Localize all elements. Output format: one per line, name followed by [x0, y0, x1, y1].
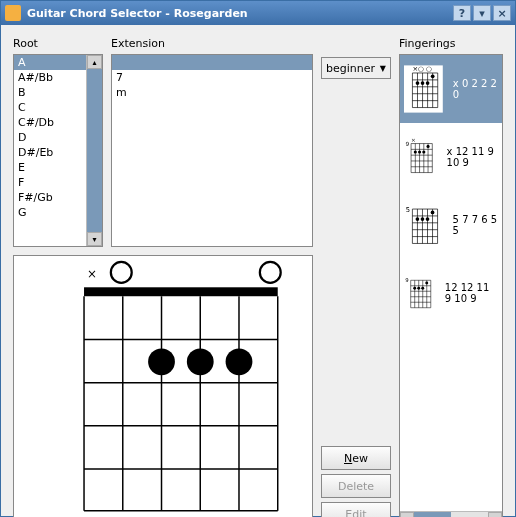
- fingering-item[interactable]: ×○ ○x 0 2 2 2 0: [400, 55, 502, 123]
- fingering-label: x 0 2 2 2 0: [453, 78, 498, 100]
- root-item[interactable]: F: [14, 175, 86, 190]
- extension-item[interactable]: [112, 55, 312, 70]
- extension-item[interactable]: m: [112, 85, 312, 100]
- window-title: Guitar Chord Selector - Rosegarden: [27, 7, 453, 20]
- root-item[interactable]: C: [14, 100, 86, 115]
- scroll-left-icon[interactable]: ◂: [400, 512, 414, 517]
- fingering-label: x 12 11 9 10 9: [447, 146, 498, 168]
- fingerings-label: Fingerings: [399, 37, 503, 50]
- root-scrollbar[interactable]: ▴ ▾: [86, 55, 102, 246]
- root-label: Root: [13, 37, 103, 50]
- root-item[interactable]: F#/Gb: [14, 190, 86, 205]
- svg-point-69: [416, 217, 420, 221]
- svg-point-16: [187, 348, 214, 375]
- root-item[interactable]: B: [14, 85, 86, 100]
- svg-text:×○       ○: ×○ ○: [412, 65, 432, 73]
- root-item[interactable]: G: [14, 205, 86, 220]
- level-value: beginner: [326, 62, 375, 75]
- root-item[interactable]: C#/Db: [14, 115, 86, 130]
- svg-point-90: [425, 281, 428, 284]
- svg-text:9: 9: [405, 141, 409, 147]
- edit-button: Edit: [321, 502, 391, 517]
- svg-point-89: [421, 287, 424, 290]
- root-item[interactable]: A#/Bb: [14, 70, 86, 85]
- svg-point-15: [148, 348, 175, 375]
- minimize-button[interactable]: ▾: [473, 5, 491, 21]
- fingerings-h-scrollbar[interactable]: ◂ ▸: [400, 511, 502, 517]
- svg-point-17: [226, 348, 253, 375]
- svg-point-53: [422, 150, 425, 153]
- svg-point-2: [260, 262, 281, 283]
- fingerings-listbox[interactable]: ×○ ○x 0 2 2 2 09 ×x 12 11 9 10 955 7 7 6…: [399, 54, 503, 517]
- root-item[interactable]: D: [14, 130, 86, 145]
- app-icon: [5, 5, 21, 21]
- svg-point-52: [418, 150, 421, 153]
- dialog-window: Guitar Chord Selector - Rosegarden ? ▾ ×…: [0, 0, 516, 517]
- root-item[interactable]: D#/Eb: [14, 145, 86, 160]
- new-button[interactable]: New: [321, 446, 391, 470]
- fingering-label: 12 12 11 9 10 9: [445, 282, 498, 304]
- svg-text:9: 9: [405, 277, 409, 283]
- root-item[interactable]: A: [14, 55, 86, 70]
- svg-point-34: [426, 81, 430, 85]
- fingering-item[interactable]: 55 7 7 6 5 5: [400, 191, 502, 259]
- svg-text:×: ×: [87, 267, 97, 281]
- help-button[interactable]: ?: [453, 5, 471, 21]
- scroll-down-icon[interactable]: ▾: [87, 232, 102, 246]
- svg-point-70: [421, 217, 425, 221]
- svg-point-54: [426, 145, 429, 148]
- extension-item[interactable]: 7: [112, 70, 312, 85]
- chord-preview: ×: [13, 255, 313, 517]
- delete-button: Delete: [321, 474, 391, 498]
- titlebar[interactable]: Guitar Chord Selector - Rosegarden ? ▾ ×: [1, 1, 515, 25]
- svg-point-88: [417, 287, 420, 290]
- svg-text:5: 5: [406, 206, 410, 214]
- chevron-down-icon: ▼: [380, 64, 386, 73]
- fingering-item[interactable]: 912 12 11 9 10 9: [400, 259, 502, 327]
- svg-text:×: ×: [411, 137, 416, 143]
- svg-point-33: [421, 81, 425, 85]
- svg-point-1: [111, 262, 132, 283]
- svg-point-35: [431, 74, 435, 78]
- extension-label: Extension: [111, 37, 313, 50]
- svg-point-32: [416, 81, 420, 85]
- fingering-item[interactable]: 9 ×x 12 11 9 10 9: [400, 123, 502, 191]
- svg-point-87: [413, 287, 416, 290]
- root-listbox[interactable]: AA#/BbBCC#/DbDD#/EbEFF#/GbG ▴ ▾: [13, 54, 103, 247]
- root-item[interactable]: E: [14, 160, 86, 175]
- fingering-label: 5 7 7 6 5 5: [453, 214, 498, 236]
- svg-point-72: [431, 211, 435, 215]
- scroll-up-icon[interactable]: ▴: [87, 55, 102, 69]
- close-button[interactable]: ×: [493, 5, 511, 21]
- svg-rect-3: [84, 287, 278, 296]
- scroll-right-icon[interactable]: ▸: [488, 512, 502, 517]
- svg-point-71: [426, 217, 430, 221]
- svg-point-51: [414, 150, 417, 153]
- level-dropdown[interactable]: beginner ▼: [321, 57, 391, 79]
- extension-listbox[interactable]: 7m: [111, 54, 313, 247]
